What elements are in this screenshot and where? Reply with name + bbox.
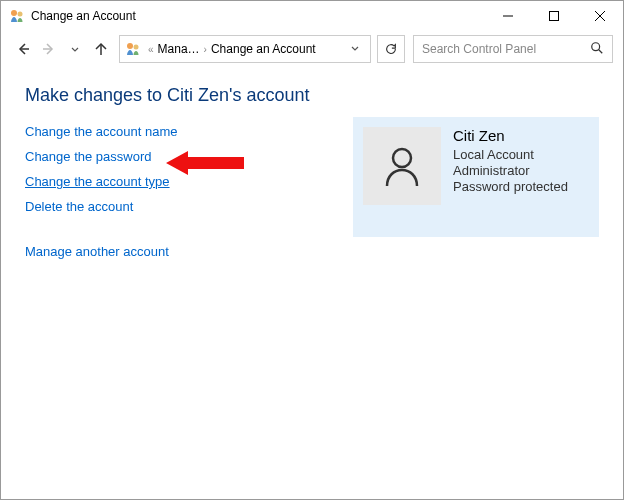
search-box[interactable] bbox=[413, 35, 613, 63]
link-gap bbox=[25, 224, 353, 234]
search-icon[interactable] bbox=[590, 41, 604, 58]
left-column: Make changes to Citi Zen's account Chang… bbox=[25, 85, 353, 259]
account-name: Citi Zen bbox=[453, 127, 568, 144]
breadcrumb-current[interactable]: Change an Account bbox=[209, 42, 318, 56]
breadcrumb-separator: « bbox=[148, 44, 154, 55]
breadcrumb-parent[interactable]: Mana… bbox=[156, 42, 202, 56]
chevron-right-icon: › bbox=[204, 44, 207, 55]
history-dropdown[interactable] bbox=[63, 37, 87, 61]
svg-point-1 bbox=[18, 12, 23, 17]
titlebar: Change an Account bbox=[1, 1, 623, 31]
svg-point-11 bbox=[592, 42, 600, 50]
search-input[interactable] bbox=[422, 42, 590, 56]
svg-point-9 bbox=[127, 43, 133, 49]
account-card: Citi Zen Local Account Administrator Pas… bbox=[353, 117, 599, 237]
breadcrumb-dropdown[interactable] bbox=[344, 42, 366, 56]
change-name-link[interactable]: Change the account name bbox=[25, 124, 178, 139]
svg-point-14 bbox=[393, 149, 411, 167]
minimize-button[interactable] bbox=[485, 1, 531, 31]
maximize-button[interactable] bbox=[531, 1, 577, 31]
navigation-bar: « Mana… › Change an Account bbox=[1, 31, 623, 67]
action-links: Change the account name Change the passw… bbox=[25, 124, 353, 259]
change-password-link[interactable]: Change the password bbox=[25, 149, 151, 164]
page-title: Make changes to Citi Zen's account bbox=[25, 85, 353, 106]
svg-line-12 bbox=[599, 49, 603, 53]
app-icon bbox=[9, 8, 25, 24]
svg-rect-3 bbox=[550, 12, 559, 21]
account-role: Administrator bbox=[453, 163, 568, 178]
breadcrumb[interactable]: « Mana… › Change an Account bbox=[119, 35, 371, 63]
window-title: Change an Account bbox=[31, 9, 485, 23]
content-area: Make changes to Citi Zen's account Chang… bbox=[1, 67, 623, 277]
close-button[interactable] bbox=[577, 1, 623, 31]
forward-button[interactable] bbox=[37, 37, 61, 61]
delete-account-link[interactable]: Delete the account bbox=[25, 199, 133, 214]
back-button[interactable] bbox=[11, 37, 35, 61]
account-protection: Password protected bbox=[453, 179, 568, 194]
manage-another-link[interactable]: Manage another account bbox=[25, 244, 169, 259]
avatar bbox=[363, 127, 441, 205]
breadcrumb-icon bbox=[124, 40, 142, 58]
svg-point-10 bbox=[134, 45, 139, 50]
change-type-link[interactable]: Change the account type bbox=[25, 174, 170, 189]
account-info: Citi Zen Local Account Administrator Pas… bbox=[453, 127, 568, 194]
window-controls bbox=[485, 1, 623, 31]
svg-point-0 bbox=[11, 10, 17, 16]
account-type: Local Account bbox=[453, 147, 568, 162]
up-button[interactable] bbox=[89, 37, 113, 61]
refresh-button[interactable] bbox=[377, 35, 405, 63]
